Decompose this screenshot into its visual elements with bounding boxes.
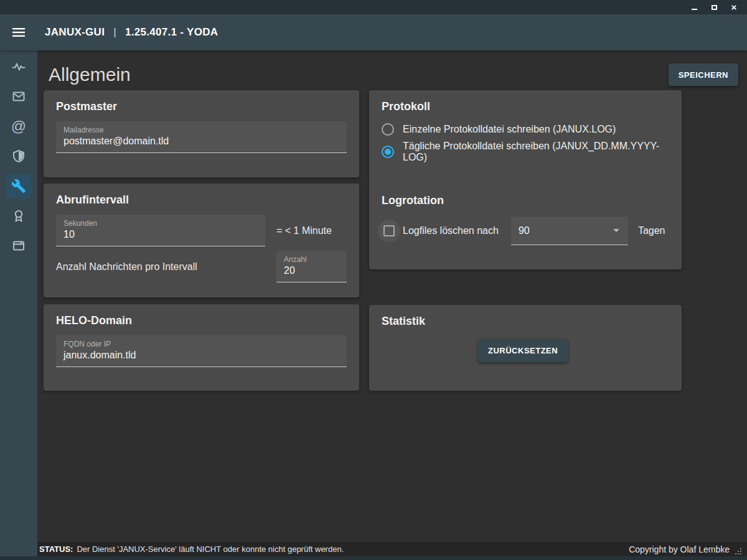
save-button[interactable]: SPEICHERN [669, 63, 738, 86]
abrufintervall-card-title: Abrufintervall [56, 194, 347, 207]
app-window-icon [11, 238, 26, 253]
fqdn-field[interactable]: FQDN oder IP janux.domain.tld [56, 335, 347, 367]
radio-single-logfile-label: Einzelne Protokolldatei schreiben (JANUX… [403, 124, 616, 135]
app-version: 1.25.407.1 - YODA [125, 26, 218, 38]
minute-hint: = < 1 Minute [276, 225, 332, 236]
statistik-card-title: Statistik [382, 315, 669, 328]
shield-icon [11, 149, 26, 164]
radio-single-logfile[interactable]: Einzelne Protokolldatei schreiben (JANUX… [382, 118, 669, 141]
delete-logfiles-checkbox[interactable] [378, 220, 400, 242]
delete-logfiles-label: Logfiles löschen nach [403, 225, 499, 236]
sidebar-item-security[interactable] [6, 144, 31, 169]
sidebar-item-email-accounts[interactable]: @ [6, 114, 31, 139]
fqdn-label: FQDN oder IP [63, 340, 339, 348]
checkbox-icon [383, 225, 395, 236]
titlebar: × [0, 0, 747, 14]
messages-per-interval-label: Anzahl Nachrichten pro Intervall [56, 261, 197, 273]
logrotation-title: Logrotation [382, 194, 669, 207]
award-icon [11, 208, 26, 223]
app-title: JANUX-GUI|1.25.407.1 - YODA [45, 26, 218, 39]
close-button[interactable]: × [727, 1, 741, 14]
sidebar-item-settings[interactable] [6, 174, 31, 198]
status-label: STATUS: [39, 544, 73, 554]
postmaster-card-title: Postmaster [56, 100, 347, 113]
menu-button[interactable] [0, 27, 37, 37]
postmaster-card: Postmaster Mailadresse postmaster@domain… [44, 90, 359, 177]
hamburger-icon [12, 27, 26, 37]
radio-single-logfile-icon [382, 123, 394, 136]
protokoll-card: Protokoll Einzelne Protokolldatei schrei… [369, 90, 682, 269]
anzahl-value: 20 [284, 264, 339, 277]
main-content: Allgemein SPEICHERN Postmaster Mailadres… [37, 50, 747, 542]
status-message: Der Dienst 'JANUX-Service' läuft NICHT o… [77, 544, 344, 554]
minimize-icon [692, 9, 697, 10]
sidebar-nav: @ [0, 50, 37, 556]
wrench-icon [11, 179, 26, 194]
reset-statistics-button[interactable]: ZURÜCKSETZEN [478, 339, 568, 362]
logrotation-row: Logfiles löschen nach 90 Tagen [382, 217, 669, 245]
abrufintervall-card: Abrufintervall Sekunden 10 = < 1 Minute … [44, 184, 359, 297]
sidebar-item-license[interactable] [6, 203, 31, 228]
resize-grip-icon[interactable] [735, 548, 742, 555]
app-bar: JANUX-GUI|1.25.407.1 - YODA [0, 14, 747, 50]
maximize-button[interactable] [707, 1, 721, 14]
mailadresse-label: Mailadresse [63, 126, 339, 134]
sidebar-item-application[interactable] [6, 233, 31, 258]
cards-grid: Postmaster Mailadresse postmaster@domain… [37, 90, 747, 391]
activity-icon [11, 59, 26, 74]
mailadresse-value: postmaster@domain.tld [63, 134, 339, 147]
mailadresse-field[interactable]: Mailadresse postmaster@domain.tld [56, 121, 347, 153]
seconds-row: Sekunden 10 = < 1 Minute [56, 215, 347, 246]
radio-daily-logfile-label: Tägliche Protokolldatei schreiben (JANUX… [403, 141, 669, 163]
protokoll-card-title: Protokoll [382, 100, 669, 113]
anzahl-field[interactable]: Anzahl 20 [276, 251, 347, 282]
mail-icon [11, 89, 26, 104]
sekunden-label: Sekunden [63, 219, 258, 228]
radio-daily-logfile[interactable]: Tägliche Protokolldatei schreiben (JANUX… [382, 141, 669, 163]
window-controls: × [687, 1, 747, 14]
sekunden-value: 10 [63, 228, 258, 241]
left-column: Postmaster Mailadresse postmaster@domain… [44, 90, 359, 391]
page-title: Allgemein [49, 64, 131, 85]
maximize-icon [712, 5, 717, 10]
app-window: × JANUX-GUI|1.25.407.1 - YODA [0, 0, 747, 560]
fqdn-value: janux.domain.tld [63, 348, 339, 362]
days-select[interactable]: 90 [511, 217, 628, 245]
app-name: JANUX-GUI [45, 26, 105, 38]
chevron-down-icon [613, 229, 619, 232]
right-column: Protokoll Einzelne Protokolldatei schrei… [369, 90, 682, 391]
messages-row: Anzahl Nachrichten pro Intervall Anzahl … [56, 251, 347, 282]
close-icon: × [731, 2, 737, 12]
days-select-value: 90 [519, 225, 530, 236]
sidebar-item-activity[interactable] [6, 54, 31, 79]
log-mode-radio-group: Einzelne Protokolldatei schreiben (JANUX… [382, 118, 669, 163]
copyright-text: Copyright by Olaf Lembke [629, 544, 730, 554]
helo-card-title: HELO-Domain [56, 314, 347, 327]
status-bar: STATUS: Der Dienst 'JANUX-Service' läuft… [37, 542, 747, 556]
title-separator: | [113, 26, 116, 38]
statistik-card: Statistik ZURÜCKSETZEN [369, 305, 682, 391]
radio-daily-logfile-icon [382, 146, 394, 158]
minimize-button[interactable] [687, 1, 701, 14]
sidebar-item-mail[interactable] [6, 84, 31, 109]
days-suffix-label: Tagen [638, 225, 665, 236]
window-bottom-edge [0, 556, 747, 560]
sekunden-field[interactable]: Sekunden 10 [56, 215, 265, 246]
anzahl-label: Anzahl [284, 255, 339, 264]
at-icon: @ [11, 119, 26, 134]
helo-domain-card: HELO-Domain FQDN oder IP janux.domain.tl… [44, 304, 359, 391]
page-header: Allgemein SPEICHERN [37, 50, 747, 90]
